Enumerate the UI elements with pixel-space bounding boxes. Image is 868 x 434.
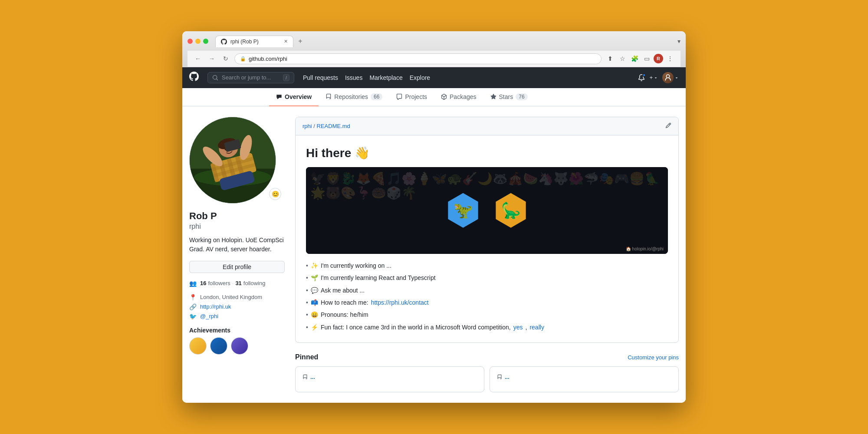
hexagon-2: 🦕 (493, 193, 528, 228)
tab-repositories[interactable]: Repositories 66 (319, 88, 389, 106)
follow-stats: 👥 16 followers · 31 following (189, 280, 285, 287)
tab-projects[interactable]: Projects (389, 88, 434, 106)
achievement-badge-2[interactable] (210, 337, 227, 355)
customize-pins-link[interactable]: Customize your pins (628, 354, 679, 361)
repo-icon (326, 94, 332, 100)
maximize-button[interactable] (203, 39, 208, 44)
overview-icon (276, 94, 282, 100)
avatar-emoji[interactable]: 😊 (269, 188, 281, 200)
achievement-badge-1[interactable] (189, 337, 207, 355)
profile-content: rphi / README.md Hi there 👋 (295, 117, 679, 392)
nav-issues[interactable]: Issues (345, 74, 362, 81)
refresh-button[interactable]: ↻ (220, 53, 231, 64)
github-nav-links: Pull requests Issues Marketplace Explore (303, 74, 430, 81)
readme-item-6-text: Fun fact: I once came 3rd in the world i… (321, 322, 511, 332)
readme-item-5-emoji: 😄 (311, 310, 318, 319)
readme-really-link[interactable]: really (529, 322, 544, 332)
readme-edit-button[interactable] (665, 122, 671, 130)
tab-close-btn[interactable]: ✕ (284, 39, 288, 44)
tab-title: rphi (Rob P) (230, 39, 259, 45)
readme-item-1-text: I'm currently working on ... (321, 261, 391, 270)
user-avatar-nav[interactable] (662, 72, 679, 83)
hexagon-dino-2: 🦕 (501, 201, 521, 220)
create-button[interactable]: + (649, 74, 658, 81)
github-search[interactable]: Search or jump to... / (207, 72, 294, 83)
readme-item-3-emoji: 💬 (311, 286, 318, 295)
followers-label: followers (208, 280, 230, 286)
tab-stars-label: Stars (499, 93, 513, 100)
achievements-title: Achievements (189, 327, 285, 334)
browser-tab-active[interactable]: rphi (Rob P) ✕ (215, 36, 293, 47)
edit-profile-button[interactable]: Edit profile (189, 261, 285, 273)
tab-packages[interactable]: Packages (434, 88, 483, 106)
nav-marketplace[interactable]: Marketplace (369, 74, 402, 81)
browser-actions: ⬆ ☆ 🧩 ▭ R ⋮ (605, 53, 675, 64)
nav-pull-requests[interactable]: Pull requests (303, 74, 338, 81)
search-shortcut: / (283, 74, 289, 81)
github-navbar: Search or jump to... / Pull requests Iss… (182, 67, 686, 88)
lock-icon: 🔒 (240, 56, 246, 62)
pinned-title: Pinned (295, 353, 318, 361)
banner-badges: 🦖 🦕 (444, 191, 530, 230)
tab-packages-label: Packages (450, 93, 476, 100)
readme-item-4: 📫 How to reach me: https://rphi.uk/conta… (306, 298, 668, 307)
achievement-badge-3[interactable] (231, 337, 248, 355)
new-tab-button[interactable]: + (295, 36, 306, 46)
share-button[interactable]: ⬆ (605, 53, 615, 64)
hexagon-dino-1: 🦖 (454, 201, 473, 220)
readme-item-4-emoji: 📫 (311, 298, 318, 307)
browser-menu-button[interactable]: ⋮ (665, 53, 675, 64)
pinned-grid: ... ... (295, 366, 679, 392)
close-button[interactable] (187, 39, 193, 44)
profile-tabs: Overview Repositories 66 Projects Packag… (182, 88, 686, 106)
tab-overview-label: Overview (285, 93, 312, 100)
twitter-link[interactable]: @_rphi (200, 313, 218, 319)
readme-item-5: 😄 Pronouns: he/him (306, 310, 668, 319)
pinned-repo-name-2[interactable]: ... (505, 374, 510, 380)
minimize-button[interactable] (195, 39, 201, 44)
profile-avatar (189, 117, 276, 204)
tab-stars[interactable]: Stars 76 (483, 88, 535, 106)
readme-item-6-emoji: ⚡ (311, 322, 318, 332)
url-text: github.com/rphi (249, 56, 596, 62)
repo-count-badge: 66 (371, 93, 382, 100)
bookmark-button[interactable]: ☆ (617, 53, 628, 64)
readme-greeting: Hi there 👋 (306, 146, 668, 160)
nav-explore[interactable]: Explore (410, 74, 430, 81)
readme-card: rphi / README.md Hi there 👋 (295, 117, 679, 343)
readme-item-3-text: Ask me about ... (321, 286, 365, 295)
readme-contact-link[interactable]: https://rphi.uk/contact (371, 298, 429, 307)
location-icon: 📍 (189, 294, 197, 301)
pinned-repo-name-1[interactable]: ... (310, 374, 315, 380)
pinned-card-1[interactable]: ... (295, 366, 484, 392)
github-logo[interactable] (189, 72, 199, 84)
readme-breadcrumb-user[interactable]: rphi (302, 123, 312, 129)
website-link[interactable]: http://rphi.uk (200, 303, 231, 310)
pinned-header: Pinned Customize your pins (295, 353, 679, 361)
readme-yes-link[interactable]: yes (513, 322, 523, 332)
back-button[interactable]: ← (193, 53, 203, 64)
readme-item-2-text: I'm currently learning React and Typescr… (321, 273, 436, 283)
url-bar[interactable]: 🔒 github.com/rphi (234, 53, 602, 64)
avatar-emoji-icon: 😊 (272, 191, 279, 197)
tab-overflow-button[interactable]: ▾ (677, 38, 681, 45)
readme-breadcrumb-file[interactable]: README.md (317, 123, 350, 129)
following-count[interactable]: 31 (235, 280, 241, 286)
readme-item-5-text: Pronouns: he/him (321, 310, 368, 319)
readme-item-1: ✨ I'm currently working on ... (306, 261, 668, 270)
achievements-list (189, 337, 285, 355)
readme-item-6: ⚡ Fun fact: I once came 3rd in the world… (306, 322, 668, 332)
tab-overview[interactable]: Overview (269, 88, 319, 106)
profile-location: 📍 London, United Kingdom (189, 294, 285, 301)
twitter-icon: 🐦 (189, 313, 197, 320)
sidebar-button[interactable]: ▭ (641, 53, 652, 64)
readme-header: rphi / README.md (296, 117, 678, 135)
followers-count[interactable]: 16 (200, 280, 206, 286)
browser-profile-button[interactable]: R (654, 54, 663, 63)
forward-button[interactable]: → (207, 53, 217, 64)
banner-holopin-link: 🏠 holopin.io/@rphi (626, 247, 664, 251)
pinned-card-2[interactable]: ... (490, 366, 679, 392)
extensions-button[interactable]: 🧩 (629, 53, 640, 64)
readme-banner: 🦅🦁🐉🦊🍕🎵🌸🍦🦋🐢🎸🌙🦝🎪🍉🦄🐺🌺🦈🎭🎮🍔🦜🌟🐻🎨🦩🍩🎲🌴 🦖 (306, 167, 668, 254)
notifications-button[interactable] (638, 74, 645, 81)
